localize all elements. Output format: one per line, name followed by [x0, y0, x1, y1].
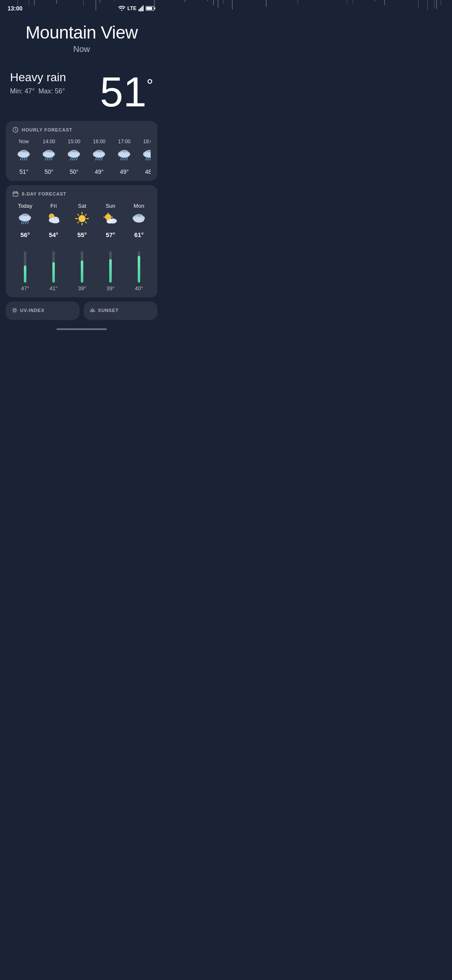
svg-rect-3	[143, 5, 144, 11]
temp-bar-container	[13, 241, 38, 283]
svg-line-67	[28, 222, 28, 224]
hourly-time: 16:00	[93, 139, 105, 144]
svg-line-15	[26, 158, 27, 160]
svg-line-38	[100, 158, 100, 160]
temp-bar-fill	[81, 260, 83, 283]
svg-line-36	[96, 158, 97, 160]
svg-line-30	[74, 158, 75, 160]
temp-bar-container	[41, 241, 66, 283]
temp-bar-track	[24, 251, 26, 283]
condition-text: Heavy rain	[10, 71, 66, 84]
time-label: Now	[8, 44, 155, 54]
temp-bar-track	[138, 251, 140, 283]
daily-low: 47°	[21, 285, 29, 291]
home-indicator	[56, 328, 107, 330]
hourly-icon	[142, 148, 151, 165]
daily-icon	[18, 211, 32, 229]
city-name: Mountain View	[8, 23, 155, 43]
svg-rect-59	[13, 192, 18, 196]
temp-bar-fill	[138, 256, 140, 283]
svg-line-44	[121, 158, 122, 160]
hourly-temp: 50°	[44, 168, 53, 175]
svg-rect-2	[141, 7, 142, 11]
hourly-temp: 49°	[120, 168, 128, 175]
hourly-scroll[interactable]: Now 51° 14:00	[13, 139, 151, 175]
svg-point-99	[13, 309, 16, 312]
min-max: Min: 47° Max: 56°	[10, 88, 66, 95]
temp-bar-container	[126, 241, 151, 283]
svg-point-87	[107, 219, 113, 223]
svg-rect-1	[140, 8, 141, 11]
uv-label: UV-INDEX	[20, 308, 44, 313]
daily-low: 40°	[135, 285, 143, 291]
daily-day: Sat	[78, 203, 86, 209]
svg-rect-6	[154, 8, 155, 10]
daily-low: 39°	[106, 285, 115, 291]
svg-rect-5	[146, 7, 152, 10]
svg-line-54	[150, 158, 151, 160]
temp-bar-track	[52, 251, 55, 283]
daily-day: Fri	[50, 203, 56, 209]
status-time: 13:00	[8, 5, 23, 12]
hourly-item: 17:00 49°	[113, 139, 136, 175]
svg-line-53	[148, 158, 149, 160]
svg-line-39	[102, 158, 103, 160]
svg-line-65	[23, 222, 24, 224]
hourly-time: 14:00	[43, 139, 55, 144]
hourly-time: 17:00	[118, 139, 131, 144]
daily-forecast-card: 8-DAY FORECAST Today 56° 47° Fri	[6, 185, 157, 297]
daily-item: Sat 55° 39°	[69, 203, 95, 291]
svg-point-19	[44, 152, 54, 157]
condition-left: Heavy rain Min: 47° Max: 56°	[10, 71, 66, 95]
hourly-label: HOURLY FORECAST	[22, 127, 72, 132]
hourly-temp: 51°	[19, 168, 28, 175]
lte-label: LTE	[127, 5, 136, 11]
sunset-tile: SUNSET	[84, 302, 157, 320]
hourly-item: Now 51°	[13, 139, 35, 175]
svg-line-13	[22, 158, 23, 160]
svg-line-21	[47, 158, 48, 160]
temp-bar-track	[109, 251, 112, 283]
svg-line-23	[51, 158, 52, 160]
wifi-icon	[118, 6, 125, 11]
temp-bar-fill	[24, 266, 26, 283]
svg-line-80	[78, 222, 79, 223]
hourly-time: 15:00	[68, 139, 80, 144]
daily-item: Mon 61° 40°	[126, 203, 151, 291]
sunset-label: SUNSET	[98, 308, 118, 313]
big-temperature: 51°	[100, 71, 153, 113]
svg-line-28	[71, 158, 72, 160]
svg-line-47	[127, 158, 128, 160]
svg-line-78	[85, 222, 87, 223]
hourly-temp: 50°	[69, 168, 78, 175]
hourly-item: 18:00 48°	[138, 139, 151, 175]
svg-line-12	[21, 158, 21, 160]
svg-line-64	[22, 222, 23, 224]
svg-point-35	[94, 152, 105, 157]
svg-rect-0	[139, 9, 140, 11]
temp-condition-section: Heavy rain Min: 47° Max: 56° 51°	[0, 58, 163, 117]
hourly-header: HOURLY FORECAST	[13, 127, 151, 133]
hourly-item: 16:00 49°	[88, 139, 110, 175]
calendar-icon	[13, 191, 18, 197]
temp-bar-container	[98, 241, 123, 283]
sunset-header: SUNSET	[90, 307, 152, 313]
hourly-icon	[17, 148, 31, 165]
daily-item: Today 56° 47°	[13, 203, 38, 291]
status-bar: 13:00 LTE	[0, 0, 163, 14]
daily-icon	[132, 211, 146, 229]
svg-point-71	[51, 219, 59, 223]
temp-bar-container	[69, 241, 95, 283]
daily-low: 39°	[78, 285, 86, 291]
daily-icon	[75, 211, 89, 229]
daily-day: Today	[18, 203, 33, 209]
svg-line-77	[78, 214, 79, 216]
temp-bar-track	[81, 251, 83, 283]
svg-line-20	[46, 158, 46, 160]
hourly-time: Now	[19, 139, 29, 144]
svg-line-52	[146, 158, 147, 160]
temp-bar-fill	[52, 262, 55, 283]
daily-icon	[46, 211, 61, 229]
hourly-item: 14:00 50°	[38, 139, 60, 175]
daily-scroll[interactable]: Today 56° 47° Fri	[13, 203, 151, 291]
